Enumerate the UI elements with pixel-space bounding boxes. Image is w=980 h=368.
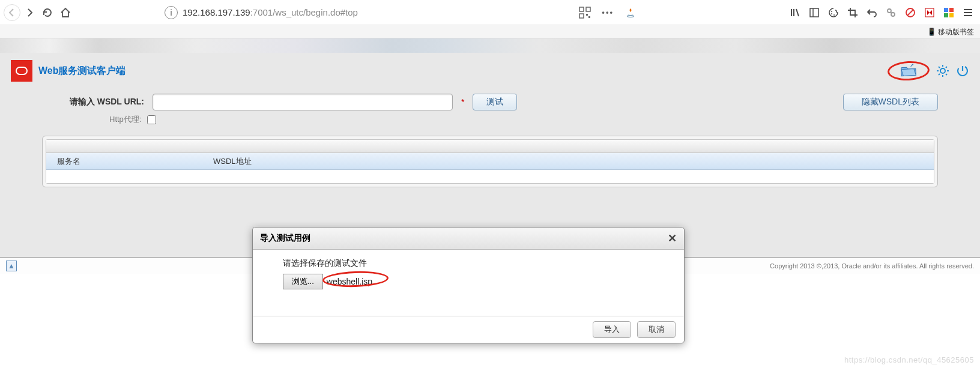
svg-rect-4 <box>588 16 590 18</box>
svg-rect-6 <box>810 8 818 17</box>
noscript-icon[interactable] <box>902 4 919 21</box>
redacted-tab-strip <box>0 38 980 53</box>
dialog-prompt: 请选择保存的测试文件 <box>283 258 660 269</box>
library-icon[interactable] <box>787 4 803 21</box>
http-proxy-label: Http代理: <box>109 114 141 125</box>
wsdl-table-container: 服务名 WSDL地址 <box>42 136 938 187</box>
table-body-empty <box>46 170 934 183</box>
qr-icon[interactable] <box>576 4 593 21</box>
import-button[interactable]: 导入 <box>593 321 631 338</box>
svg-point-24 <box>940 68 945 73</box>
import-folder-icon[interactable] <box>900 64 917 77</box>
browser-toolbar: i 192.168.197.139:7001/ws_utc/begin.do#t… <box>0 0 980 25</box>
selected-filename: webshell.jsp <box>327 277 372 286</box>
nav-forward-button[interactable] <box>20 4 38 22</box>
svg-point-9 <box>831 13 832 14</box>
bookmark-toolbar: 📱 移动版书签 <box>0 25 980 38</box>
col-service-name: 服务名 <box>46 156 208 167</box>
svg-rect-19 <box>944 13 948 17</box>
hide-wsdl-list-button[interactable]: 隐藏WSDL列表 <box>843 94 938 110</box>
col-wsdl-address: WSDL地址 <box>208 156 934 167</box>
home-button[interactable] <box>56 4 74 22</box>
dialog-footer: 导入 取消 <box>253 316 684 343</box>
java-icon <box>622 4 639 21</box>
svg-line-15 <box>907 10 913 16</box>
wsdl-url-label: 请输入 WSDL URL: <box>42 97 144 107</box>
reload-button[interactable] <box>38 4 56 22</box>
required-indicator: * <box>461 97 464 107</box>
svg-point-8 <box>831 11 832 12</box>
palette-icon[interactable] <box>825 4 842 21</box>
svg-rect-0 <box>579 7 584 11</box>
svg-rect-3 <box>586 14 588 16</box>
watermark-text: https://blog.csdn.net/qq_45625605 <box>844 355 974 364</box>
svg-point-5 <box>627 15 634 17</box>
table-toolbar <box>46 140 934 153</box>
link-icon[interactable] <box>883 4 900 21</box>
wsdl-form: 请输入 WSDL URL: * 测试 隐藏WSDL列表 Http代理: <box>0 89 980 133</box>
app-title: Web服务测试客户端 <box>38 65 126 77</box>
svg-rect-17 <box>944 8 948 12</box>
nav-back-button[interactable] <box>4 4 20 21</box>
svg-rect-1 <box>586 7 590 11</box>
svg-rect-20 <box>949 13 954 17</box>
http-proxy-checkbox[interactable] <box>147 115 156 124</box>
site-info-icon[interactable]: i <box>165 6 178 19</box>
settings-icon[interactable] <box>936 64 950 78</box>
dialog-title: 导入测试用例 <box>260 233 310 244</box>
copyright-text: Copyright 2013 ©,2013, Oracle and/or its… <box>770 262 974 270</box>
test-button[interactable]: 测试 <box>473 94 517 110</box>
dialog-body: 请选择保存的测试文件 浏览... webshell.jsp <box>253 250 684 316</box>
page-actions-icon[interactable]: ••• <box>602 8 614 17</box>
sidebar-icon[interactable] <box>806 4 823 21</box>
app-header: Web服务测试客户端 <box>0 53 980 89</box>
address-bar[interactable]: i 192.168.197.139:7001/ws_utc/begin.do#t… <box>165 4 639 22</box>
svg-point-10 <box>833 14 835 16</box>
undo-icon[interactable] <box>864 4 880 21</box>
toolbar-right <box>787 4 976 21</box>
extension-icon[interactable] <box>940 4 957 21</box>
logout-icon[interactable] <box>956 64 969 77</box>
wsdl-url-input[interactable] <box>153 94 453 110</box>
svg-rect-2 <box>579 14 584 18</box>
highlight-annotation <box>887 60 930 82</box>
svg-line-13 <box>891 12 892 13</box>
table-header: 服务名 WSDL地址 <box>46 153 934 170</box>
image-icon[interactable]: ▲ <box>6 261 17 271</box>
crop-icon[interactable] <box>844 4 861 21</box>
url-text: 192.168.197.139:7001/ws_utc/begin.do#top <box>183 7 358 17</box>
svg-rect-18 <box>949 8 954 12</box>
dialog-titlebar[interactable]: 导入测试用例 ✕ <box>253 228 684 250</box>
oracle-logo-icon <box>11 60 32 82</box>
menu-icon[interactable] <box>960 4 976 21</box>
import-dialog: 导入测试用例 ✕ 请选择保存的测试文件 浏览... webshell.jsp 导… <box>252 227 685 343</box>
mobile-bookmarks-link[interactable]: 📱 移动版书签 <box>927 28 974 36</box>
dialog-close-icon[interactable]: ✕ <box>668 232 677 245</box>
cancel-button[interactable]: 取消 <box>637 321 676 338</box>
mcafee-icon[interactable] <box>921 4 938 21</box>
browse-button[interactable]: 浏览... <box>283 274 323 289</box>
page-content: Web服务测试客户端 请输入 WSDL URL: * 测试 隐藏WSDL列表 H… <box>0 53 980 257</box>
